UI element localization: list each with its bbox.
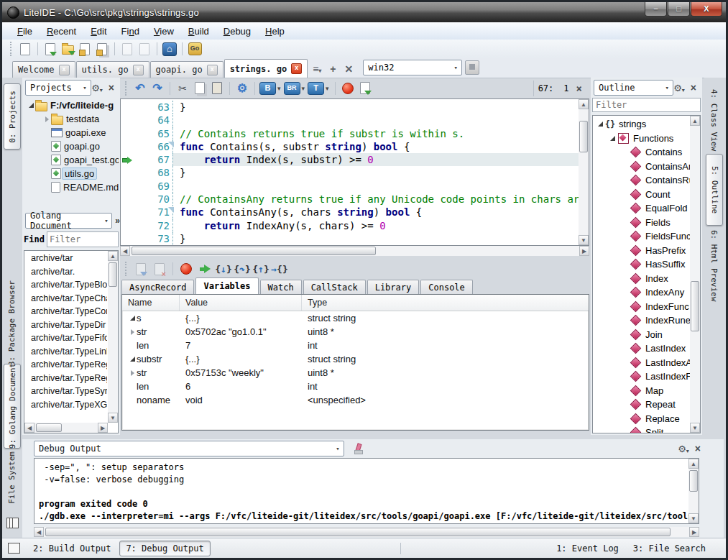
- T-menu-icon[interactable]: T▾: [308, 81, 331, 96]
- outline-item-fields[interactable]: Fields: [594, 216, 690, 230]
- column-header-type[interactable]: Type: [302, 295, 589, 311]
- toolbar-save-file-icon[interactable]: [77, 42, 93, 56]
- toolbar-save-all-icon[interactable]: [94, 42, 110, 56]
- outline-item-functions[interactable]: Functions: [594, 132, 690, 146]
- variable-row[interactable]: len6int: [122, 380, 589, 393]
- tree-expander-icon[interactable]: [27, 103, 35, 108]
- outline-vscrollbar[interactable]: ▲▼: [690, 116, 700, 433]
- code-line[interactable]: 67 return Index(s, substr) >= 0: [121, 153, 579, 166]
- column-header-name[interactable]: Name: [122, 295, 180, 311]
- minimize-button[interactable]: –: [645, 2, 667, 17]
- debug-tab-callstack[interactable]: CallStack: [303, 280, 366, 294]
- redo-icon[interactable]: ↷: [149, 81, 165, 96]
- tree-expander-icon[interactable]: [42, 116, 51, 122]
- paste-icon[interactable]: [209, 81, 225, 96]
- variable-row[interactable]: str0x5702ac "go1.0.1"uint8 *: [122, 325, 589, 339]
- outline-item-split[interactable]: Split: [594, 426, 690, 433]
- project-item-f-vfc-liteide-g[interactable]: F:/vfc/liteide-g: [24, 98, 119, 112]
- tab-goapi-go[interactable]: goapi. gox: [150, 61, 224, 78]
- code-line[interactable]: 71func ContainsAny(s, chars string) bool…: [121, 206, 579, 219]
- outline-close-icon[interactable]: ×: [691, 82, 696, 93]
- doc-list-item[interactable]: archive/tar.TypeDir: [25, 318, 107, 332]
- projects-gear-icon[interactable]: ⚙: [91, 83, 103, 93]
- code-editor[interactable]: 63}6465// Contains returns true if subst…: [120, 98, 589, 246]
- outline-combo[interactable]: Outline ▾: [594, 80, 673, 96]
- build-config-icon[interactable]: ⚙: [234, 81, 250, 96]
- debug-tab-watch[interactable]: Watch: [260, 280, 302, 294]
- menu-view[interactable]: View: [147, 24, 180, 39]
- close-tab-icon[interactable]: ✕: [345, 63, 354, 75]
- debug-output-text[interactable]: -sep=", ": setup separators -v=false: ve…: [34, 458, 699, 524]
- title-bar[interactable]: LiteIDE - C:\Go\src\pkg\strings\strings.…: [2, 2, 726, 22]
- side-tab-file-system[interactable]: File System: [4, 443, 19, 512]
- code-line[interactable]: 69: [121, 180, 579, 193]
- debug-tab-asyncrecord[interactable]: AsyncRecord: [121, 280, 194, 294]
- outline-item-containsrune[interactable]: ContainsRune: [594, 173, 690, 188]
- doc-list-item[interactable]: archive/tar.TypeXGlobalHeader: [25, 398, 107, 412]
- variable-row[interactable]: len7int: [122, 339, 589, 352]
- outline-item-lastindex[interactable]: LastIndex: [594, 341, 690, 356]
- tree-expander-icon[interactable]: [128, 370, 137, 376]
- side-tab-6-html-preview[interactable]: 6: Html Preview: [706, 220, 722, 312]
- clear-output-icon[interactable]: [353, 443, 363, 454]
- toolbar-open-file-icon[interactable]: [42, 42, 58, 56]
- doc-list-item[interactable]: archive/tar.TypeChar: [25, 292, 107, 306]
- doc-filter-input[interactable]: [47, 231, 119, 247]
- outline-item-lastindexfunc[interactable]: LastIndexFunc: [594, 369, 690, 384]
- outline-item-strings[interactable]: {}strings: [594, 117, 690, 132]
- B-menu-icon[interactable]: B▾: [259, 81, 282, 96]
- tab-Welcome[interactable]: Welcomex: [12, 61, 75, 78]
- doc-list-item[interactable]: archive/tar.: [25, 265, 107, 279]
- code-line[interactable]: 68}: [121, 166, 579, 179]
- BR-menu-icon[interactable]: BR▾: [284, 81, 307, 96]
- debug-tab-console[interactable]: Console: [420, 280, 473, 294]
- outline-item-contains[interactable]: Contains: [594, 145, 690, 160]
- debug-tab-variables[interactable]: Variables: [195, 277, 258, 294]
- side-tab-4-class-view[interactable]: 4: Class View: [706, 82, 722, 158]
- menu-recent[interactable]: Recent: [40, 24, 83, 39]
- breakpoint-icon[interactable]: [178, 262, 195, 276]
- step-out-icon[interactable]: {↑}: [252, 262, 269, 276]
- debug-start-icon[interactable]: [357, 81, 373, 96]
- toolbar-load-session-icon[interactable]: [119, 42, 135, 56]
- outline-item-join[interactable]: Join: [594, 328, 690, 342]
- code-line[interactable]: 64: [121, 114, 579, 127]
- debug-output-hscrollbar[interactable]: ◀▶: [34, 527, 699, 537]
- overflow-chevron-icon[interactable]: »: [115, 216, 120, 226]
- tab-utils-go[interactable]: utils. gox: [76, 61, 149, 78]
- stop-debug-icon[interactable]: ×: [151, 262, 168, 276]
- fold-marker-icon[interactable]: [168, 142, 174, 147]
- menu-debug[interactable]: Debug: [217, 24, 257, 39]
- tree-expander-icon[interactable]: [128, 357, 137, 362]
- menu-file[interactable]: File: [11, 24, 39, 39]
- cut-icon[interactable]: ✂: [175, 81, 190, 96]
- side-tab-5-outline[interactable]: 5: Outline: [706, 154, 723, 226]
- outline-item-indexfunc[interactable]: IndexFunc: [594, 300, 690, 314]
- step-into-icon[interactable]: {↓}: [215, 262, 232, 276]
- doc-list-item[interactable]: archive/tar.TypeLink: [25, 345, 107, 359]
- target-options-button[interactable]: [465, 60, 479, 75]
- tree-expander-icon[interactable]: [608, 136, 617, 141]
- doc-list-item[interactable]: archive/tar.TypeBlock: [25, 278, 107, 292]
- debug-tab-library[interactable]: Library: [367, 280, 420, 294]
- side-tab-8-package-browser[interactable]: 8: Package Browser: [4, 277, 19, 369]
- project-item-goapi-exe[interactable]: goapi.exe: [24, 126, 119, 139]
- outline-item-index[interactable]: Index: [594, 272, 690, 286]
- variable-row[interactable]: str0x57153c "weekly"uint8 *: [122, 366, 589, 380]
- editor-vscrollbar[interactable]: ▲▼: [579, 99, 589, 245]
- menu-edit[interactable]: Edit: [84, 24, 113, 39]
- tree-expander-icon[interactable]: [128, 329, 137, 335]
- undo-icon[interactable]: ↶: [132, 81, 148, 96]
- debug-output-gear-icon[interactable]: ⚙: [678, 444, 689, 454]
- toolbar-save-session-icon[interactable]: [137, 42, 152, 56]
- tree-expander-icon[interactable]: [596, 121, 604, 127]
- run-to-cursor-icon[interactable]: →{}: [271, 262, 288, 276]
- side-tab-0-projects[interactable]: 0: Projects: [4, 83, 21, 150]
- menu-find[interactable]: Find: [115, 24, 146, 39]
- menu-help[interactable]: Help: [259, 24, 291, 39]
- continue-icon[interactable]: [196, 262, 213, 276]
- project-item-readme-md[interactable]: README.md: [24, 180, 119, 194]
- projects-combo[interactable]: Projects ▾: [25, 80, 91, 96]
- outline-filter-input[interactable]: [592, 98, 701, 112]
- tab-close-icon[interactable]: x: [59, 65, 70, 75]
